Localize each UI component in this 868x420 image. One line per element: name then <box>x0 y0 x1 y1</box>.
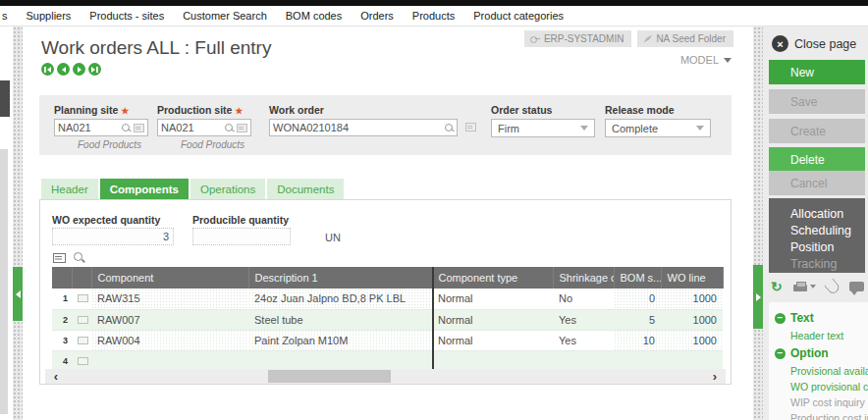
cell-bom-seq[interactable] <box>614 350 661 371</box>
col-component-type[interactable]: Component type <box>432 267 553 289</box>
scheduling-action[interactable]: Scheduling <box>790 223 865 239</box>
table-row[interactable]: 3 RAW004 Paint Zolpan M10M Normal Yes 10… <box>52 330 723 350</box>
tab-header[interactable]: Header <box>41 179 98 199</box>
key-icon <box>530 36 540 42</box>
next-record-button[interactable] <box>73 63 85 76</box>
allocation-action[interactable]: Allocation <box>790 206 865 223</box>
cell-shrinkage[interactable] <box>553 350 614 371</box>
jump-icon[interactable] <box>237 124 247 132</box>
cell-component[interactable]: RAW004 <box>91 330 248 350</box>
menu-item-product-categories[interactable]: Product categories <box>473 10 564 22</box>
cell-wo-line[interactable] <box>661 350 723 371</box>
cell-shrinkage[interactable]: Yes <box>553 309 614 330</box>
row-detail-cell[interactable] <box>72 309 91 330</box>
order-status-select[interactable]: Firm <box>491 119 595 137</box>
grid-settings-icon[interactable] <box>53 253 66 263</box>
menu-item-partial[interactable]: s <box>2 10 8 22</box>
menu-item-products[interactable]: Products <box>412 10 455 22</box>
cell-description[interactable]: Paint Zolpan M10M <box>248 330 432 350</box>
jump-icon[interactable] <box>134 124 144 132</box>
table-row-empty[interactable]: 4 <box>52 350 723 371</box>
producible-quantity-input[interactable] <box>192 228 291 245</box>
row-detail-cell[interactable] <box>72 350 91 371</box>
previous-record-button[interactable] <box>57 63 70 76</box>
cell-component-type[interactable]: Normal <box>432 330 553 350</box>
cell-wo-line[interactable]: 1000 <box>661 309 723 330</box>
cell-wo-line[interactable]: 1000 <box>661 330 723 350</box>
last-record-button[interactable] <box>88 63 101 76</box>
search-icon[interactable] <box>122 124 131 132</box>
user-badge[interactable]: ERP-SYSTADMIN <box>524 30 632 47</box>
frozen-column-divider[interactable] <box>432 267 434 369</box>
production-site-input[interactable]: NA021 <box>157 119 251 136</box>
provisional-availability-link[interactable]: Provisional availability <box>775 363 868 379</box>
cell-description[interactable]: Steel tube <box>248 309 432 330</box>
menu-item-bom-codes[interactable]: BOM codes <box>286 10 342 22</box>
header-text-link[interactable]: Header text <box>775 328 868 343</box>
row-detail-cell[interactable] <box>72 330 91 350</box>
tab-documents[interactable]: Documents <box>267 179 344 199</box>
close-page-button[interactable]: × Close page <box>772 35 856 52</box>
grid-search-icon[interactable] <box>74 252 84 263</box>
col-component[interactable]: Component <box>91 267 248 289</box>
folder-badge[interactable]: NA Seed Folder <box>637 30 733 47</box>
scroll-left-icon[interactable]: ‹ <box>45 369 67 384</box>
row-detail-cell[interactable] <box>72 289 91 309</box>
option-section-header[interactable]: − Option <box>775 346 868 360</box>
cell-component[interactable]: RAW007 <box>91 309 248 330</box>
menu-item-suppliers[interactable]: Suppliers <box>27 10 72 22</box>
col-description[interactable]: Description 1 <box>248 267 432 289</box>
last-icon <box>91 67 95 73</box>
cell-component-type[interactable]: Normal <box>432 289 553 309</box>
tab-operations[interactable]: Operations <box>190 179 265 199</box>
new-button[interactable]: New <box>769 60 865 84</box>
left-splitter[interactable] <box>13 26 23 420</box>
chat-icon[interactable] <box>849 282 864 291</box>
wo-expected-quantity-input[interactable]: 3 <box>52 228 174 245</box>
cell-bom-seq[interactable]: 0 <box>614 289 661 309</box>
col-shrinkage[interactable]: Shrinkage c... <box>553 267 614 289</box>
left-splitter-handle[interactable] <box>13 267 23 321</box>
position-action[interactable]: Position <box>790 239 865 256</box>
col-wo-line[interactable]: WO line <box>661 267 723 289</box>
right-splitter[interactable] <box>753 26 763 420</box>
search-icon[interactable] <box>445 124 454 132</box>
menu-item-customer-search[interactable]: Customer Search <box>183 10 267 22</box>
tab-components[interactable]: Components <box>100 179 189 199</box>
row-number: 2 <box>52 309 72 330</box>
wo-provisional-cost-link[interactable]: WO provisional cost ca <box>775 379 868 394</box>
menu-item-orders[interactable]: Orders <box>360 10 394 22</box>
first-record-button[interactable] <box>41 63 54 76</box>
table-horizontal-scrollbar[interactable]: ‹ › <box>45 369 726 384</box>
print-button[interactable] <box>793 282 816 292</box>
scrollbar-track[interactable] <box>67 369 704 384</box>
model-dropdown[interactable]: MODEL <box>680 54 732 66</box>
paperclip-icon[interactable] <box>824 278 841 295</box>
work-order-input[interactable]: WONA0210184 <box>269 119 458 136</box>
cell-description[interactable] <box>248 350 432 371</box>
delete-button[interactable]: Delete <box>769 147 865 172</box>
cell-component-type[interactable]: Normal <box>432 309 553 330</box>
cell-component-type[interactable] <box>432 350 553 371</box>
cell-component[interactable]: RAW315 <box>91 289 248 309</box>
cell-shrinkage[interactable]: No <box>553 289 614 309</box>
refresh-icon[interactable]: ↻ <box>771 280 783 293</box>
right-splitter-handle[interactable] <box>753 265 763 329</box>
cell-description[interactable]: 24oz Juan Jalpno BD,8 PK LBL <box>248 289 432 309</box>
table-row[interactable]: 1 RAW315 24oz Juan Jalpno BD,8 PK LBL No… <box>52 289 723 309</box>
cell-component[interactable] <box>91 350 248 371</box>
detail-icon[interactable] <box>465 123 476 131</box>
planning-site-input[interactable]: NA021 <box>54 119 148 136</box>
cell-bom-seq[interactable]: 5 <box>614 309 661 330</box>
menu-item-products-sites[interactable]: Products - sites <box>89 10 164 22</box>
cell-wo-line[interactable]: 1000 <box>661 289 723 309</box>
table-row[interactable]: 2 RAW007 Steel tube Normal Yes 5 1000 <box>52 309 723 330</box>
release-mode-select[interactable]: Complete <box>605 119 711 137</box>
cell-shrinkage[interactable]: Yes <box>553 330 614 350</box>
text-section-header[interactable]: − Text <box>775 311 868 325</box>
scrollbar-thumb[interactable] <box>268 370 391 383</box>
search-icon[interactable] <box>225 124 234 132</box>
cell-bom-seq[interactable]: 10 <box>614 330 661 350</box>
scroll-right-icon[interactable]: › <box>704 369 726 384</box>
col-bom-seq[interactable]: BOM s... <box>614 267 661 289</box>
